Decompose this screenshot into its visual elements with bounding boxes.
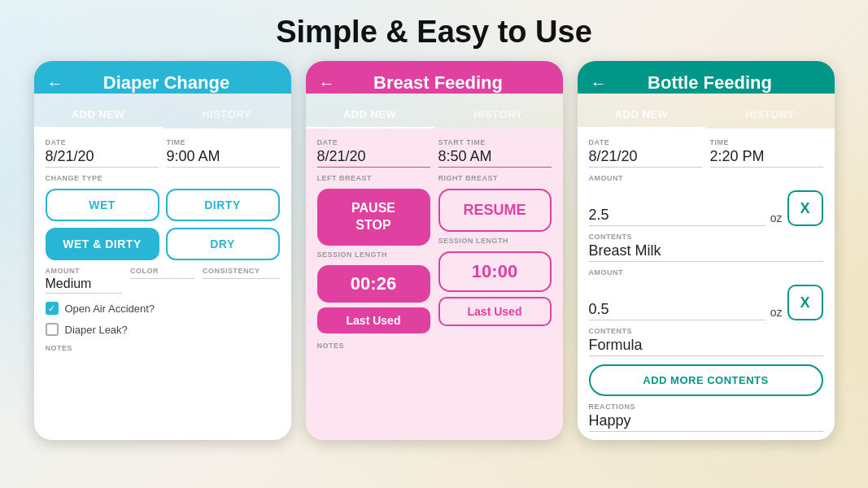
breast-session-value2[interactable]: 10:00	[438, 251, 552, 292]
bottle-reactions-label: REACTIONS	[589, 403, 823, 411]
bottle-amount1-value[interactable]: 2.5	[589, 207, 765, 226]
bottle-amount2-row: 0.5 oz X	[589, 285, 823, 320]
diaper-time-value[interactable]: 9:00 AM	[167, 148, 280, 168]
bottle-add-more-btn[interactable]: ADD MORE CONTENTS	[589, 364, 823, 396]
bottle-date-group: DATE 8/21/20	[589, 138, 702, 168]
bottle-amount2-value[interactable]: 0.5	[589, 301, 765, 320]
bottle-tab-add-new[interactable]: ADD NEW	[578, 102, 706, 129]
breast-date-time-row: DATE 8/21/20 START TIME 8:50 AM	[317, 138, 552, 168]
diaper-title: Diaper Change	[72, 72, 278, 94]
diaper-check1-mark: ✓	[48, 303, 55, 314]
diaper-color-group: COLOR	[130, 267, 194, 294]
diaper-date-label: DATE	[46, 138, 159, 146]
diaper-check1-row: ✓ Open Air Accident?	[46, 302, 280, 315]
diaper-consistency-group: CONSISTENCY	[203, 267, 280, 294]
diaper-time-label: TIME	[167, 138, 280, 146]
diaper-consistency-value[interactable]	[203, 277, 280, 279]
diaper-date-group: DATE 8/21/20	[46, 138, 159, 168]
bottle-body: DATE 8/21/20 TIME 2:20 PM AMOUNT 2.5 oz …	[578, 129, 835, 440]
diaper-header: ← Diaper Change	[34, 61, 291, 94]
bottle-oz1-label: oz	[770, 211, 783, 226]
diaper-check2-row: Diaper Leak?	[46, 323, 280, 336]
diaper-change-type-label: CHANGE TYPE	[46, 174, 280, 182]
diaper-back-arrow[interactable]: ←	[47, 74, 63, 93]
breast-session-label2: SESSION LENGTH	[438, 237, 552, 245]
bottle-card: ← Bottle Feeding ADD NEW HISTORY DATE 8/…	[578, 61, 835, 440]
breast-back-arrow[interactable]: ←	[319, 74, 335, 93]
breast-last-used2[interactable]: Last Used	[438, 297, 552, 326]
cards-row: ← Diaper Change ADD NEW HISTORY DATE 8/2…	[0, 61, 868, 440]
diaper-date-time-row: DATE 8/21/20 TIME 9:00 AM	[46, 138, 280, 168]
bottle-tab-history[interactable]: HISTORY	[706, 102, 835, 129]
breast-tab-history[interactable]: HISTORY	[434, 102, 563, 129]
breast-starttime-group: START TIME 8:50 AM	[438, 138, 552, 168]
diaper-amount-value[interactable]: Medium	[46, 277, 123, 294]
breast-session-label1: SESSION LENGTH	[317, 251, 430, 259]
breast-date-label: DATE	[317, 138, 430, 146]
breast-notes-label: NOTES	[317, 342, 552, 350]
diaper-notes-label: NOTES	[46, 344, 280, 352]
bottle-date-time-row: DATE 8/21/20 TIME 2:20 PM	[589, 138, 823, 168]
bottle-title: Bottle Feeding	[615, 72, 822, 94]
diaper-btn-wet[interactable]: WET	[46, 189, 159, 221]
bottle-reactions-value[interactable]: Happy	[589, 412, 823, 432]
bottle-amount2-group: 0.5	[589, 301, 765, 320]
diaper-btn-dirty[interactable]: DIRTY	[166, 189, 280, 221]
breast-starttime-value[interactable]: 8:50 AM	[438, 148, 552, 168]
breast-session-value1[interactable]: 00:26	[317, 265, 430, 303]
breast-last-used1[interactable]: Last Used	[317, 307, 430, 333]
bottle-contents1-group: CONTENTS Breast Milk	[589, 233, 823, 262]
diaper-btn-wet-dirty[interactable]: WET & DIRTY	[46, 228, 159, 260]
breast-starttime-label: START TIME	[438, 138, 552, 146]
diaper-time-group: TIME 9:00 AM	[167, 138, 280, 168]
page-title: Simple & Easy to Use	[0, 0, 868, 61]
diaper-check1-box[interactable]: ✓	[46, 302, 59, 315]
bottle-back-arrow[interactable]: ←	[591, 74, 607, 93]
breast-tabs: ADD NEW HISTORY	[306, 102, 563, 129]
breast-lr-row: LEFT BREAST PAUSE STOP SESSION LENGTH 00…	[317, 174, 552, 333]
breast-right-label: RIGHT BREAST	[438, 174, 552, 182]
bottle-reactions-group: REACTIONS Happy	[589, 403, 823, 432]
bottle-contents2-value[interactable]: Formula	[589, 337, 823, 356]
diaper-color-value[interactable]	[130, 277, 194, 279]
diaper-consistency-label: CONSISTENCY	[203, 267, 280, 275]
bottle-x2-btn[interactable]: X	[787, 285, 823, 320]
diaper-btn-dry[interactable]: DRY	[166, 228, 280, 260]
breast-pause-label: PAUSE	[351, 201, 395, 215]
bottle-date-value[interactable]: 8/21/20	[589, 148, 702, 168]
diaper-body: DATE 8/21/20 TIME 9:00 AM CHANGE TYPE WE…	[34, 129, 291, 440]
diaper-check2-label: Diaper Leak?	[65, 324, 128, 336]
bottle-date-label: DATE	[589, 138, 702, 146]
diaper-check2-box[interactable]	[46, 323, 59, 336]
breast-stop-label: STOP	[355, 218, 390, 232]
bottle-contents1-label: CONTENTS	[589, 233, 823, 241]
bottle-contents2-group: CONTENTS Formula	[589, 327, 823, 356]
breast-date-group: DATE 8/21/20	[317, 138, 430, 168]
bottle-amount1-group: 2.5	[589, 207, 765, 226]
bottle-x1-btn[interactable]: X	[787, 190, 823, 226]
bottle-amount2-label: AMOUNT	[589, 268, 823, 277]
diaper-date-value[interactable]: 8/21/20	[46, 148, 159, 168]
breast-left-label: LEFT BREAST	[317, 174, 430, 182]
diaper-check1-label: Open Air Accident?	[65, 303, 155, 315]
diaper-btn-grid: WET DIRTY WET & DIRTY DRY	[46, 189, 280, 260]
bottle-time-label: TIME	[710, 138, 823, 146]
diaper-tab-history[interactable]: HISTORY	[163, 102, 291, 129]
breast-tab-add-new[interactable]: ADD NEW	[306, 102, 434, 129]
diaper-amount-group: AMOUNT Medium	[46, 267, 123, 294]
bottle-time-value[interactable]: 2:20 PM	[710, 148, 823, 168]
diaper-card: ← Diaper Change ADD NEW HISTORY DATE 8/2…	[34, 61, 291, 440]
breast-left-col: LEFT BREAST PAUSE STOP SESSION LENGTH 00…	[317, 174, 430, 333]
breast-date-value[interactable]: 8/21/20	[317, 148, 430, 168]
breast-title: Breast Feeding	[343, 72, 550, 94]
bottle-time-group: TIME 2:20 PM	[710, 138, 823, 168]
diaper-tabs: ADD NEW HISTORY	[34, 102, 291, 129]
diaper-tab-add-new[interactable]: ADD NEW	[34, 102, 163, 129]
diaper-amount-row: AMOUNT Medium COLOR CONSISTENCY	[46, 267, 280, 294]
bottle-contents1-value[interactable]: Breast Milk	[589, 242, 823, 262]
breast-pause-stop-btn[interactable]: PAUSE STOP	[317, 189, 430, 246]
breast-resume-btn[interactable]: RESUME	[438, 189, 552, 232]
bottle-tabs: ADD NEW HISTORY	[578, 102, 835, 129]
diaper-color-label: COLOR	[130, 267, 194, 275]
breast-header: ← Breast Feeding	[306, 61, 563, 94]
